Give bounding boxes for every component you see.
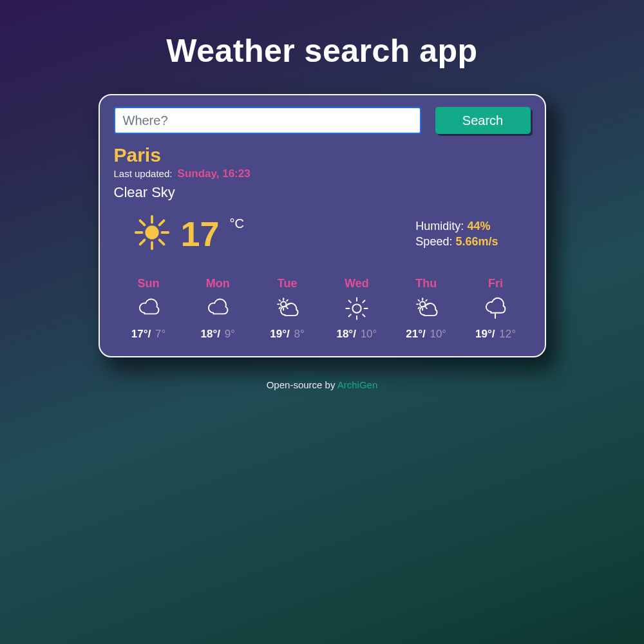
humidity-label: Humidity: bbox=[415, 220, 464, 232]
forecast-hi: 19° bbox=[270, 328, 287, 340]
forecast-row: Sun 17°/ 7° Mon 18°/ 9° Tue 19°/ 8° Wed … bbox=[114, 277, 531, 341]
updated-label: Last updated: bbox=[114, 168, 173, 179]
humidity-value: 44% bbox=[467, 220, 490, 232]
svg-line-8 bbox=[140, 240, 144, 245]
current-stats: Humidity: 44% Speed: 5.66m/s bbox=[415, 218, 498, 250]
svg-line-35 bbox=[426, 300, 427, 301]
forecast-lo: 12° bbox=[499, 328, 516, 340]
forecast-lo: 10° bbox=[361, 328, 377, 340]
svg-line-7 bbox=[159, 221, 164, 225]
temperature-unit: °C bbox=[230, 216, 244, 231]
forecast-day-label: Fri bbox=[464, 277, 526, 290]
rain-icon bbox=[464, 296, 526, 321]
svg-point-18 bbox=[352, 304, 361, 312]
forecast-lo: 7° bbox=[155, 328, 166, 340]
svg-line-33 bbox=[426, 307, 427, 308]
search-row: Search bbox=[114, 107, 531, 134]
sun-icon bbox=[132, 213, 172, 255]
current-temperature: 17 bbox=[181, 216, 220, 251]
forecast-day: Tue 19°/ 8° bbox=[256, 277, 318, 341]
search-button[interactable]: Search bbox=[435, 107, 531, 134]
weather-card: Search Paris Last updated: Sunday, 16:23… bbox=[99, 94, 546, 357]
wind-value: 5.66m/s bbox=[455, 235, 498, 248]
author-link[interactable]: ArchiGen bbox=[337, 379, 378, 390]
svg-line-26 bbox=[348, 314, 350, 316]
forecast-day-label: Sun bbox=[118, 277, 180, 290]
forecast-hi: 17° bbox=[131, 328, 148, 340]
forecast-day: Thu 21°/ 10° bbox=[395, 277, 457, 341]
footer: Open-source by ArchiGen bbox=[0, 379, 644, 390]
partly-cloudy-icon bbox=[395, 296, 457, 321]
partly-cloudy-icon bbox=[256, 296, 318, 321]
forecast-lo: 8° bbox=[294, 328, 305, 340]
forecast-lo: 10° bbox=[430, 328, 446, 340]
forecast-day: Fri 19°/ 12° bbox=[464, 277, 526, 341]
footer-text: Open-source by bbox=[267, 379, 337, 390]
svg-line-6 bbox=[159, 240, 164, 245]
sun-small-icon bbox=[326, 296, 388, 321]
svg-line-15 bbox=[287, 307, 288, 308]
cloud-icon bbox=[187, 296, 249, 321]
condition-text: Clear Sky bbox=[114, 184, 531, 201]
updated-row: Last updated: Sunday, 16:23 bbox=[114, 167, 531, 180]
forecast-day: Wed 18°/ 10° bbox=[326, 277, 388, 341]
forecast-day-label: Mon bbox=[187, 277, 249, 290]
forecast-hi: 18° bbox=[336, 328, 353, 340]
forecast-day: Sun 17°/ 7° bbox=[118, 277, 180, 341]
svg-point-0 bbox=[145, 225, 158, 239]
updated-time: Sunday, 16:23 bbox=[178, 167, 251, 180]
forecast-hi: 18° bbox=[201, 328, 218, 340]
svg-line-32 bbox=[418, 300, 419, 301]
forecast-hi: 19° bbox=[475, 328, 492, 340]
svg-line-24 bbox=[363, 314, 365, 316]
city-name: Paris bbox=[114, 144, 531, 166]
svg-line-23 bbox=[348, 301, 350, 303]
location-input[interactable] bbox=[114, 107, 421, 134]
forecast-day-label: Tue bbox=[256, 277, 318, 290]
wind-label: Speed: bbox=[415, 235, 452, 248]
cloud-icon bbox=[118, 296, 180, 321]
svg-line-14 bbox=[279, 300, 281, 301]
svg-line-16 bbox=[279, 307, 281, 308]
svg-line-25 bbox=[363, 301, 365, 303]
forecast-lo: 9° bbox=[225, 328, 235, 340]
forecast-day-label: Wed bbox=[326, 277, 388, 290]
forecast-day-label: Thu bbox=[395, 277, 457, 290]
svg-line-17 bbox=[287, 300, 288, 301]
svg-line-5 bbox=[140, 221, 144, 225]
current-row: 17 °C Humidity: 44% Speed: 5.66m/s bbox=[114, 213, 531, 255]
page-title: Weather search app bbox=[0, 32, 644, 70]
svg-line-34 bbox=[418, 307, 419, 308]
forecast-day: Mon 18°/ 9° bbox=[187, 277, 249, 341]
forecast-hi: 21° bbox=[406, 328, 422, 340]
